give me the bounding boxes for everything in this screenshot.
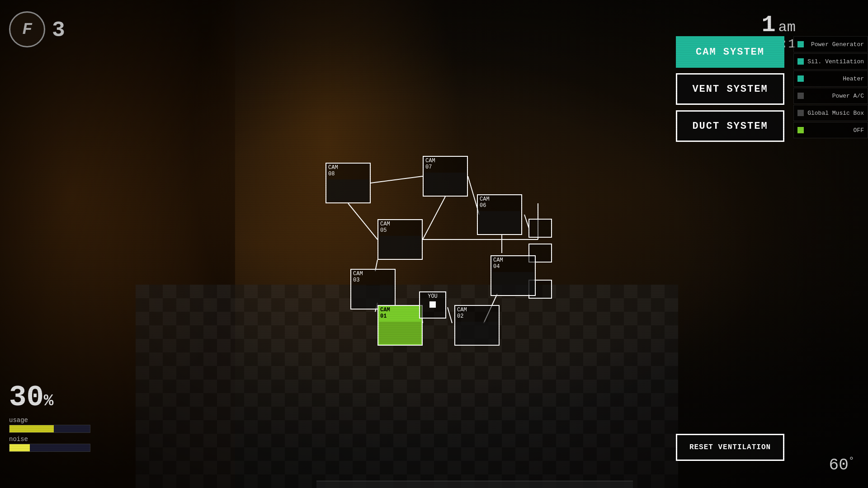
cam-05-label: CAM05 <box>378 220 422 235</box>
usage-bar-bg <box>9 425 90 433</box>
reset-ventilation-button[interactable]: RESET VENTILATION <box>676 434 784 461</box>
cam-system-button[interactable]: CAM SYSTEM <box>676 36 784 68</box>
usage-bar-fill <box>9 425 54 432</box>
noise-bar-bg <box>9 444 90 452</box>
system-buttons-panel: CAM SYSTEM VENT SYSTEM DUCT SYSTEM <box>676 36 784 142</box>
temperature-value: 60 <box>829 456 849 474</box>
power-percentage: 30% <box>9 381 90 414</box>
cam-04-node[interactable]: CAM04 <box>491 255 536 296</box>
power-ac-label: Power A/C <box>807 93 864 99</box>
temperature-display: 60° <box>829 455 854 474</box>
cam-08-preview <box>327 179 369 202</box>
off-indicator <box>797 127 804 133</box>
power-ac-indicator <box>797 93 804 99</box>
noise-bar-container: noise <box>9 436 90 452</box>
right-panel: Power Generator Sil. Ventilation Heater … <box>793 36 868 138</box>
vent-system-button[interactable]: VENT SYSTEM <box>676 73 784 105</box>
freddy-badge: F <box>9 11 45 47</box>
cam-03-preview <box>352 286 394 308</box>
cam-03-label: CAM03 <box>351 270 395 285</box>
panel-power-ac[interactable]: Power A/C <box>793 88 868 104</box>
usage-bar-container: usage <box>9 417 90 433</box>
noise-label: noise <box>9 436 90 443</box>
heater-indicator <box>797 75 804 82</box>
cam-08-label: CAM08 <box>326 164 370 178</box>
cam-05-node[interactable]: CAM05 <box>377 219 423 260</box>
cam-01-label: CAM01 <box>378 306 422 321</box>
panel-off[interactable]: OFF <box>793 122 868 138</box>
sil-ventilation-label: Sil. Ventilation <box>807 58 864 65</box>
duct-system-button[interactable]: DUCT SYSTEM <box>676 110 784 142</box>
cam-02-preview <box>456 322 498 344</box>
power-generator-label: Power Generator <box>807 41 864 48</box>
cam-04-label: CAM04 <box>491 256 535 271</box>
panel-heater[interactable]: Heater <box>793 70 868 87</box>
usage-label: usage <box>9 417 90 424</box>
clock-hour: 1 <box>761 14 775 37</box>
camera-map: CAM08 CAM07 CAM06 CAM05 CAM04 CAM03 <box>307 149 556 366</box>
cam-06-label: CAM06 <box>478 195 521 210</box>
power-generator-indicator <box>797 41 804 47</box>
you-dot <box>429 301 436 308</box>
cam-08-node[interactable]: CAM08 <box>326 163 371 203</box>
music-box-label: Global Music Box <box>807 110 864 117</box>
cam-01-node[interactable]: CAM01 <box>377 305 423 346</box>
music-box-indicator <box>797 110 804 116</box>
noise-bar-fill <box>9 444 30 451</box>
cam-06-node[interactable]: CAM06 <box>477 194 522 235</box>
you-node: YOU <box>419 291 446 319</box>
cam-02-label: CAM02 <box>455 306 499 321</box>
you-label: YOU <box>426 292 439 300</box>
cam-07-node[interactable]: CAM07 <box>423 156 468 197</box>
heater-label: Heater <box>807 75 864 82</box>
freddy-letter: F <box>22 20 32 39</box>
cam-05-preview <box>379 236 421 258</box>
clock-period: am <box>778 19 796 36</box>
cam-01-preview <box>379 322 421 344</box>
bottom-bar <box>316 481 633 488</box>
cam-04-preview <box>492 272 534 294</box>
cam-07-preview <box>425 173 466 195</box>
cam-02-node[interactable]: CAM02 <box>454 305 500 346</box>
sil-ventilation-indicator <box>797 58 804 65</box>
panel-global-music-box[interactable]: Global Music Box <box>793 105 868 121</box>
cam-03-node[interactable]: CAM03 <box>350 269 396 310</box>
cam-07-label: CAM07 <box>424 157 467 172</box>
panel-power-generator[interactable]: Power Generator <box>793 36 868 52</box>
degree-symbol: ° <box>849 455 854 467</box>
panel-sil-ventilation[interactable]: Sil. Ventilation <box>793 53 868 70</box>
power-stats: 30% usage noise <box>9 381 90 452</box>
life-count: 3 <box>52 18 65 42</box>
off-label: OFF <box>807 127 864 134</box>
cam-06-preview <box>479 211 520 233</box>
